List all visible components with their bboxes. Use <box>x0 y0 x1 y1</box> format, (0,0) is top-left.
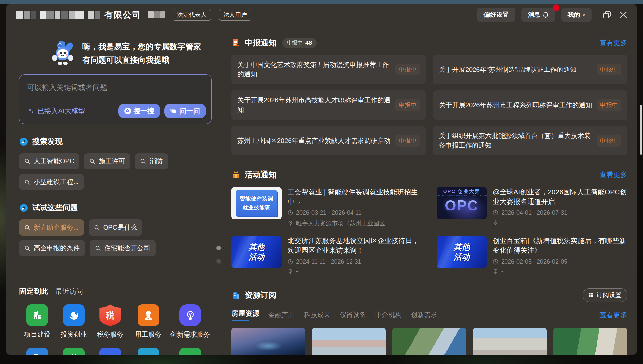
activity-more-link[interactable]: 查看更多 <box>599 170 627 179</box>
notice-card[interactable]: 关于开展2026年苏州市高技能人才职称评审工作的通知 申报中 <box>231 90 426 120</box>
info-column: 申报通知 申报中 48 查看更多 关于中国文化艺术政府奖第五届动漫奖申报推荐工作… <box>231 26 627 355</box>
app-tax-service[interactable]: 税 税务服务 <box>92 304 129 339</box>
assistant-greeting: 嗨，我是易宝，您的专属数字管家 有问题可以直接向我提哦 <box>49 40 212 67</box>
clock-icon <box>493 210 498 216</box>
search-discover-chips: 人工智能OPC 施工许可 消防 小型建设工程... <box>19 153 212 190</box>
dot-inactive[interactable] <box>216 259 221 264</box>
tab-pinned[interactable]: 固定到此 <box>19 287 48 296</box>
preferences-button[interactable]: 偏好设置 <box>477 8 515 22</box>
resource-photo-creative-park-street <box>392 328 466 355</box>
resource-card[interactable]: 桑田岛科创园2号楼409室 <box>312 328 386 355</box>
buildings-icon <box>99 348 121 355</box>
notice-card[interactable]: 关于开展2026年苏州市工程系列职称评审工作的通知 申报中 <box>433 90 627 120</box>
location-pin-icon <box>288 269 293 274</box>
discover-chip[interactable]: 人工智能OPC <box>19 153 79 169</box>
resource-card[interactable]: 富华科技大厦，崇文路，办公，1340平 <box>473 328 547 355</box>
compass-icon <box>19 137 28 146</box>
discover-chip[interactable]: 施工许可 <box>84 153 130 169</box>
worker-icon <box>138 304 159 326</box>
resource-card[interactable]: 56文创园，通园路，办公，95-1800平 <box>392 328 466 355</box>
status-badge: 申报中 <box>395 64 420 75</box>
app-affairs-service[interactable]: 办事服务 <box>56 348 92 355</box>
question-chip[interactable]: 高企申报的条件 <box>19 240 85 256</box>
question-chip[interactable]: 住宅能否开公司 <box>90 240 156 256</box>
notice-card[interactable]: 关于中国文化艺术政府奖第五届动漫奖申报推荐工作的通知 申报中 <box>231 55 426 84</box>
status-badge: 申报中 <box>395 99 420 111</box>
tab-instruments[interactable]: 仪器设备 <box>340 310 366 319</box>
chevron-right-icon: › <box>583 11 585 18</box>
close-window-icon[interactable] <box>619 11 627 19</box>
legal-user-badge: 法人用户 <box>219 9 251 21</box>
app-employment-service[interactable]: 用工服务 <box>129 304 168 339</box>
greeting-line-1: 嗨，我是易宝，您的专属数字管家 <box>82 40 201 53</box>
notice-card[interactable]: 关于组织开展第六批能源领域首台（套）重大技术装备申报工作的通知 申报中 <box>433 126 627 155</box>
activity-thumbnail-hardware-class: 智能硬件装调 就业技能班 <box>231 187 282 219</box>
ask-button[interactable]: 问一问 <box>164 104 206 118</box>
activity-item[interactable]: 智能硬件装调 就业技能班 工会帮就业 | 智能硬件装调就业技能班招生中→ 202… <box>231 187 422 227</box>
restore-window-icon[interactable] <box>603 11 611 19</box>
page-scrollbar-thumb[interactable] <box>640 105 642 155</box>
tab-intermediaries[interactable]: 中介机构 <box>375 310 402 319</box>
question-chip-highlighted[interactable]: 新春助企服务... <box>19 219 84 236</box>
quick-access-pagination-dots[interactable] <box>216 246 221 264</box>
flask-gear-icon <box>138 348 159 355</box>
activity-item[interactable]: OPC 创业大赛 ONE PERSON COMPANY COMPETITION … <box>437 187 627 227</box>
location-pin-icon <box>493 269 498 274</box>
discover-chip[interactable]: 消防 <box>135 153 168 169</box>
notice-card[interactable]: 苏州工业园区2026年重点产业紧缺人才需求调研启动 申报中 <box>231 126 426 155</box>
resource-photo-night-cityscape <box>231 328 305 355</box>
discover-chip[interactable]: 小型建设工程... <box>19 174 84 190</box>
resource-photo-tech-tower <box>473 328 547 355</box>
grid-icon <box>588 293 594 298</box>
dot-active[interactable] <box>216 246 221 250</box>
resource-card[interactable]: 蒲公英孵化器，苏州国际科技园五期，... <box>553 328 627 355</box>
search-footer: 已接入AI大模型 搜一搜 <box>27 104 206 118</box>
activity-date-row: 2026-04-01 - 2026-07-31 <box>493 210 627 216</box>
declaring-count-badge: 申报中 48 <box>282 38 317 48</box>
ai-search-box[interactable]: 可以输入关键词或者问题 已接入AI大模型 <box>19 74 212 124</box>
declare-more-link[interactable]: 查看更多 <box>599 38 627 47</box>
app-innovation-demand[interactable]: 创新需求服务 <box>168 304 212 339</box>
circular-arrow-icon <box>63 304 85 326</box>
app-idream-park[interactable]: iDream “iDream”园梦... <box>168 348 212 355</box>
quick-access-grid: 项目建设 投资创业 税 税务服务 <box>19 304 212 355</box>
app-rd-resource-sharing[interactable]: 研发资源共享 <box>129 348 168 355</box>
activity-date-row: 2026-03-21 - 2026-04-11 <box>288 210 422 216</box>
app-invest-startup[interactable]: 投资创业 <box>56 304 92 339</box>
resource-card[interactable]: 6-9A0 <box>231 328 305 355</box>
app-project-construction[interactable]: 项目建设 <box>19 304 56 339</box>
bell-icon <box>543 12 549 18</box>
search-buttons: 搜一搜 问一问 <box>118 104 206 118</box>
tab-tech-achievements[interactable]: 科技成果 <box>304 310 330 319</box>
activity-thumbnail-other: 其他 活动 <box>437 236 487 268</box>
question-chip[interactable]: OPC是什么 <box>89 219 142 236</box>
resources-title: 资源订阅 <box>245 290 276 300</box>
greeting-line-2: 有问题可以直接向我提哦 <box>82 53 201 67</box>
tab-financial-products[interactable]: 金融产品 <box>268 310 295 319</box>
desktop-background: 有限公司 法定代表人 法人用户 偏好设置 消息 <box>0 0 643 364</box>
activity-item[interactable]: 其他 活动 创业百宝箱|《新增值税法实施后，有哪些新变化值得关注》 2026-0… <box>437 236 627 275</box>
activity-location-row: 唯亭人力资源市场（苏州工业园区... <box>288 219 422 227</box>
messages-button[interactable]: 消息 <box>521 8 555 22</box>
notice-card[interactable]: 关于开展2026年“苏州制造”品牌认证工作的通知 申报中 <box>433 55 627 84</box>
subscription-settings-button[interactable]: 订阅设置 <box>583 288 627 302</box>
activity-location-row: - <box>288 268 422 275</box>
declare-section-header: 申报通知 申报中 48 查看更多 <box>231 38 627 48</box>
app-carrier-resources[interactable]: 载体资源 <box>19 348 56 355</box>
status-badge: 申报中 <box>597 135 621 147</box>
tab-innovation-demand[interactable]: 创新需求 <box>411 310 437 319</box>
resources-more-link[interactable]: 查看更多 <box>599 310 627 320</box>
legal-representative-badge: 法定代表人 <box>173 9 211 21</box>
app-headquarters-enterprise[interactable]: 总部企业 <box>92 348 129 355</box>
activity-item[interactable]: 其他 活动 北交所江苏服务基地设立园区企业接待日，欢迎园区企业来访来询！ 202… <box>231 236 422 275</box>
search-button[interactable]: 搜一搜 <box>118 104 160 118</box>
lightbulb-icon <box>179 304 201 326</box>
tab-recent[interactable]: 最近访问 <box>55 287 83 296</box>
building-resource-icon <box>231 291 241 300</box>
search-input[interactable]: 可以输入关键词或者问题 <box>27 83 205 93</box>
tab-housing-resources[interactable]: 房屋资源 <box>231 309 259 321</box>
location-pin-icon <box>288 220 293 226</box>
ai-model-note: 已接入AI大模型 <box>27 106 85 116</box>
my-account-button[interactable]: 我的 › <box>561 8 592 22</box>
activity-date-row: 2026-02-05 - 2026-02-05 <box>493 258 627 265</box>
